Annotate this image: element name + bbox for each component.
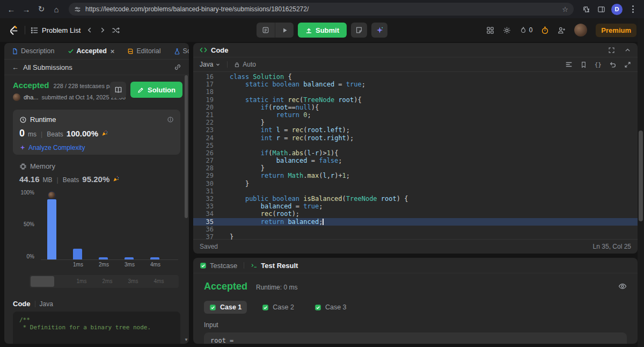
url-text[interactable]: https://leetcode.com/problems/balanced-b… [85, 5, 558, 13]
code-line[interactable]: 27 balanced = false; [193, 157, 638, 164]
fullscreen-icon[interactable] [608, 47, 615, 54]
runtime-bar[interactable] [99, 257, 108, 259]
undo-icon[interactable] [609, 61, 617, 68]
info-icon[interactable] [167, 116, 174, 123]
browser-forward-icon[interactable]: → [19, 2, 33, 16]
tab-solutions[interactable]: Solutions [172, 47, 189, 55]
brush-thumb[interactable] [31, 276, 54, 287]
premium-button[interactable]: Premium [596, 24, 636, 37]
code-line[interactable]: 29 return Math.max(l,r)+1; [193, 172, 638, 179]
braces-icon[interactable]: {} [595, 61, 602, 68]
chart-brush[interactable]: 1ms2ms3ms4ms [30, 275, 179, 288]
all-submissions-link[interactable]: All Submissions [23, 63, 72, 71]
bookmark-star-icon[interactable]: ☆ [562, 5, 568, 13]
url-bar[interactable]: https://leetcode.com/problems/balanced-b… [69, 3, 574, 16]
code-line[interactable]: 33 balanced = true; [193, 203, 638, 210]
leetcode-logo-icon[interactable] [8, 24, 19, 36]
format-code-icon[interactable] [565, 61, 573, 68]
window-scrollbar[interactable] [638, 18, 644, 347]
editorial-book-icon [127, 48, 134, 55]
code-line[interactable]: 28 } [193, 164, 638, 172]
code-line[interactable]: 32 public boolean isBalanced(TreeNode ro… [193, 195, 638, 203]
extensions-puzzle-icon[interactable] [579, 2, 593, 16]
lock-icon [234, 62, 240, 68]
case-1-button[interactable]: Case 1 [204, 301, 247, 314]
browser-home-icon[interactable]: ⌂ [49, 2, 63, 16]
memory-block[interactable]: Memory 44.16 MB | Beats 95.20% [19, 162, 180, 184]
left-panel-scrollbar[interactable] [185, 75, 188, 218]
tab-test-result[interactable]: Test Result [251, 262, 298, 270]
browser-sidebar-icon[interactable] [594, 2, 608, 16]
tab-testcase[interactable]: Testcase [200, 262, 237, 270]
eye-icon[interactable] [618, 282, 627, 291]
brush-label: 1ms [74, 278, 90, 284]
code-line[interactable]: 26 if(Math.abs(l-r)>1){ [193, 149, 638, 157]
user-avatar[interactable] [574, 24, 587, 37]
runtime-bar[interactable] [150, 257, 159, 259]
code-editor[interactable]: 16class Solution {17 static boolean bala… [193, 71, 638, 240]
browser-reload-icon[interactable]: ↻ [34, 2, 48, 16]
submitted-code-preview[interactable]: /** * Definition for a binary tree node. [13, 312, 180, 344]
site-info-icon[interactable] [74, 6, 81, 13]
timer-icon[interactable] [541, 26, 549, 34]
code-line[interactable]: 22 } [193, 119, 638, 126]
maximize-editor-icon[interactable] [624, 61, 631, 68]
ai-sparkle-icon[interactable] [371, 23, 387, 38]
code-line[interactable]: 30 } [193, 180, 638, 187]
streak-flame-icon[interactable]: 0 [519, 26, 533, 34]
browser-menu-icon[interactable] [626, 2, 640, 16]
prev-problem-icon[interactable] [86, 26, 93, 34]
code-line[interactable]: 17 static boolean balanced = true; [193, 81, 638, 88]
code-line[interactable]: 23 int l = rec(root.left); [193, 126, 638, 134]
debugger-icon[interactable] [257, 23, 275, 38]
invite-user-icon[interactable] [558, 26, 566, 34]
collapse-panel-icon[interactable] [624, 47, 631, 54]
code-line[interactable]: 21 return 0; [193, 111, 638, 119]
shuffle-icon[interactable] [112, 26, 120, 34]
post-solution-button[interactable]: Solution [130, 82, 182, 98]
notes-button[interactable] [351, 23, 367, 38]
close-tab-icon[interactable]: × [111, 47, 115, 55]
run-button[interactable] [275, 23, 294, 38]
code-line[interactable]: 35 return balanced; [193, 218, 638, 226]
window-scrollbar-thumb[interactable] [639, 131, 643, 221]
runtime-bar[interactable] [47, 199, 56, 259]
submission-detail: Accepted228 / 228 testcases passed dha..… [4, 75, 189, 344]
bookmark-icon[interactable] [580, 61, 587, 68]
tab-editorial[interactable]: Editorial [125, 47, 163, 55]
settings-gear-icon[interactable] [503, 26, 511, 34]
code-line[interactable]: 25 [193, 142, 638, 149]
browser-profile-avatar[interactable]: D [611, 4, 623, 15]
tab-description[interactable]: Description [10, 47, 57, 55]
runtime-card[interactable]: Runtime 0 ms | Beats 100.00% [13, 110, 180, 155]
testcase-check-icon [200, 262, 207, 269]
case-3-button[interactable]: Case 3 [309, 301, 352, 314]
code-panel-title: Code [211, 46, 229, 54]
reader-mode-button[interactable] [110, 82, 126, 98]
back-arrow-icon[interactable]: ← [12, 63, 19, 71]
analyze-complexity-link[interactable]: Analyze Complexity [19, 144, 174, 151]
runtime-bar[interactable] [73, 249, 82, 259]
next-problem-icon[interactable] [99, 26, 106, 34]
submit-button[interactable]: Submit [298, 23, 347, 38]
browser-back-icon[interactable]: ← [4, 2, 18, 16]
editor-statusbar: Saved Ln 35, Col 25 [193, 239, 638, 254]
scroll-down-arrow-icon[interactable]: ▼ [184, 337, 188, 342]
runtime-bar[interactable] [125, 257, 134, 259]
testcase-input-field[interactable]: root = [204, 332, 627, 344]
code-line[interactable]: 16class Solution { [193, 73, 638, 81]
language-selector[interactable]: Java [200, 61, 221, 68]
tab-accepted[interactable]: Accepted × [65, 47, 117, 55]
code-line[interactable]: 20 if(root==null){ [193, 104, 638, 111]
code-line[interactable]: 36 [193, 226, 638, 233]
code-line[interactable]: 24 int r = rec(root.right); [193, 134, 638, 142]
code-line[interactable]: 18 [193, 88, 638, 96]
code-line[interactable]: 31 [193, 187, 638, 195]
auto-toggle[interactable]: Auto [234, 61, 256, 68]
problem-list-button[interactable]: Problem List [31, 26, 80, 34]
code-line[interactable]: 19 static int rec(TreeNode root){ [193, 96, 638, 104]
copy-link-icon[interactable] [174, 63, 181, 71]
layout-grid-icon[interactable] [486, 26, 494, 34]
code-line[interactable]: 34 rec(root); [193, 210, 638, 218]
case-2-button[interactable]: Case 2 [257, 301, 299, 314]
